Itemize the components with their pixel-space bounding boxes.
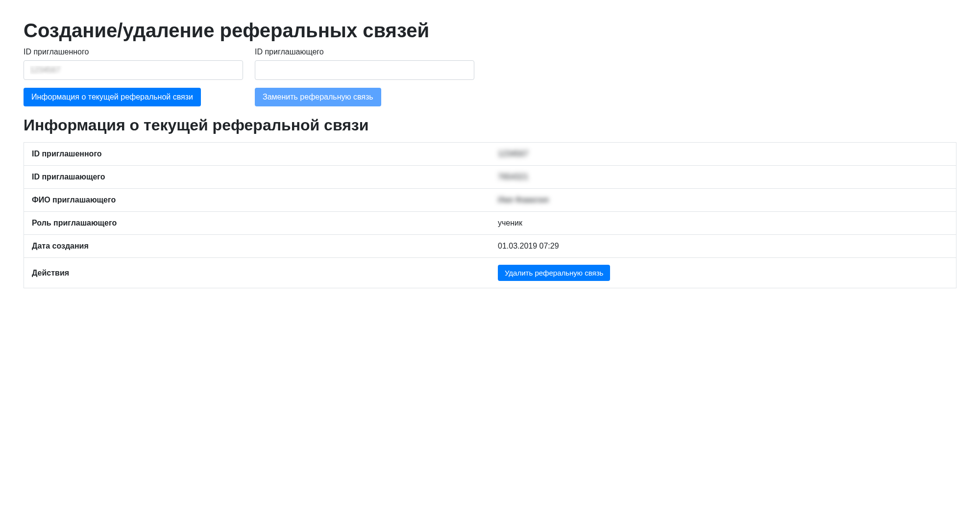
invited-id-label: ID приглашенного xyxy=(24,48,243,56)
inviter-id-label: ID приглашающего xyxy=(255,48,474,56)
form-col-invited: ID приглашенного Информация о текущей ре… xyxy=(24,48,243,106)
form-row: ID приглашенного Информация о текущей ре… xyxy=(24,48,474,106)
table-row: ID приглашенного 1234567 xyxy=(24,143,956,166)
form-col-inviter: ID приглашающего Заменить реферальную св… xyxy=(255,48,474,106)
row-label-created-at: Дата создания xyxy=(24,235,490,258)
info-subtitle: Информация о текущей реферальной связи xyxy=(24,116,956,134)
row-value-actions: Удалить реферальную связь xyxy=(490,258,956,288)
row-label-inviter-id: ID приглашающего xyxy=(24,166,490,189)
delete-button[interactable]: Удалить реферальную связь xyxy=(498,265,610,281)
row-value-invited-id: 1234567 xyxy=(490,143,956,166)
table-row: Роль приглашающего ученик xyxy=(24,212,956,235)
row-value-inviter-name: Имя Фамилия xyxy=(490,189,956,212)
replace-button[interactable]: Заменить реферальную связь xyxy=(255,88,381,106)
table-row: Действия Удалить реферальную связь xyxy=(24,258,956,288)
page-title: Создание/удаление реферальных связей xyxy=(24,20,956,42)
table-row: ФИО приглашающего Имя Фамилия xyxy=(24,189,956,212)
table-row: ID приглашающего 7654321 xyxy=(24,166,956,189)
row-label-invited-id: ID приглашенного xyxy=(24,143,490,166)
inviter-id-input[interactable] xyxy=(255,60,474,80)
row-value-inviter-id: 7654321 xyxy=(490,166,956,189)
info-button[interactable]: Информация о текущей реферальной связи xyxy=(24,88,201,106)
info-table: ID приглашенного 1234567 ID приглашающег… xyxy=(24,142,956,288)
row-value-inviter-role: ученик xyxy=(490,212,956,235)
table-row: Дата создания 01.03.2019 07:29 xyxy=(24,235,956,258)
row-label-inviter-name: ФИО приглашающего xyxy=(24,189,490,212)
invited-id-input[interactable] xyxy=(24,60,243,80)
row-label-actions: Действия xyxy=(24,258,490,288)
row-value-created-at: 01.03.2019 07:29 xyxy=(490,235,956,258)
row-label-inviter-role: Роль приглашающего xyxy=(24,212,490,235)
